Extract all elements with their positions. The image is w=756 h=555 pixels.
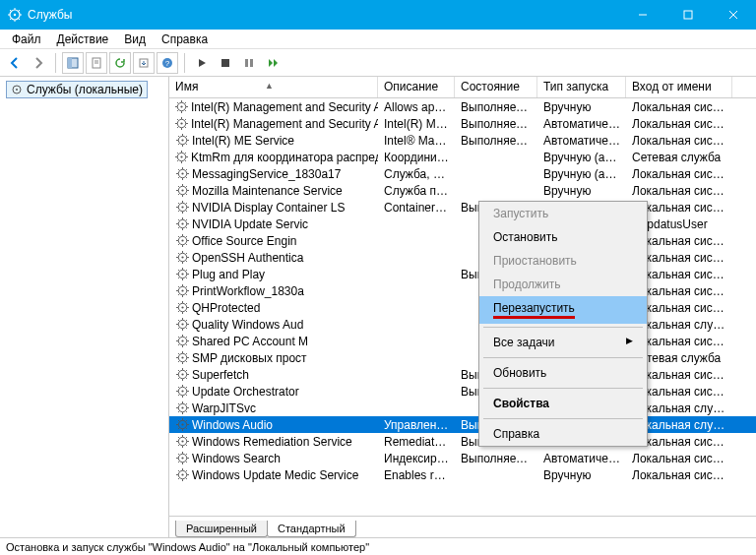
refresh-button[interactable]	[109, 52, 131, 74]
table-row[interactable]: Windows SearchИндексир…ВыполняетсяАвтома…	[169, 450, 756, 466]
service-name: NVIDIA Update Servic	[192, 217, 308, 231]
service-desc: Intel® Ma…	[378, 134, 455, 148]
column-startup[interactable]: Тип запуска	[537, 77, 626, 97]
ctx-help[interactable]: Справка	[479, 422, 647, 446]
svg-point-54	[181, 390, 183, 392]
ctx-restart[interactable]: Перезапустить	[479, 296, 647, 324]
pause-button[interactable]	[238, 52, 260, 74]
table-row[interactable]: OpenSSH AuthenticaОтключенаЛокальная сис…	[169, 249, 756, 266]
menu-view[interactable]: Вид	[116, 31, 154, 48]
svg-point-52	[181, 373, 183, 375]
column-name[interactable]: Имя▲	[169, 77, 378, 97]
table-row[interactable]: SMP дисковых простВручнуюСетевая служба	[169, 349, 756, 366]
back-button[interactable]	[4, 52, 26, 74]
table-row[interactable]: MessagingService_1830a17Служба, о…Вручну…	[169, 165, 756, 182]
tab-standard[interactable]: Стандартный	[267, 521, 356, 537]
ctx-start[interactable]: Запустить	[479, 202, 647, 225]
service-name: Windows Audio	[192, 418, 273, 432]
tab-extended[interactable]: Расширенный	[175, 521, 268, 537]
status-bar: Остановка и запуск службы "Windows Audio…	[0, 537, 756, 555]
ctx-pause[interactable]: Приостановить	[479, 249, 647, 273]
tree-root-label: Службы (локальные)	[27, 83, 143, 96]
service-icon	[175, 100, 188, 114]
maximize-button[interactable]	[665, 0, 711, 30]
svg-point-26	[180, 155, 182, 157]
table-row[interactable]: SuperfetchВыполняетсяАвтоматиче…Локальна…	[169, 366, 756, 383]
menu-file[interactable]: Файл	[4, 31, 49, 48]
ctx-resume[interactable]: Продолжить	[479, 273, 647, 296]
properties-button[interactable]	[86, 52, 107, 74]
table-row[interactable]: Windows AudioУправлен…ВыполняетсяАвтомат…	[169, 416, 756, 433]
service-icon	[175, 234, 189, 248]
table-row[interactable]: Intel(R) Management and Security Ap…Allo…	[169, 98, 756, 115]
table-row[interactable]: Plug and PlayВыполняетсяВручнуюЛокальная…	[169, 266, 756, 282]
service-desc: Allows app…	[378, 100, 455, 114]
service-name: Windows Remediation Service	[192, 435, 352, 449]
play-button[interactable]	[191, 52, 213, 74]
service-desc: Служба, о…	[378, 167, 455, 181]
ctx-properties[interactable]: Свойства	[479, 392, 647, 415]
table-row[interactable]: Windows Remediation ServiceRemediate…Вып…	[169, 433, 756, 450]
service-logon: Локальная сис…	[626, 452, 732, 465]
service-icon	[175, 401, 189, 415]
tree-root-services[interactable]: Службы (локальные)	[6, 81, 148, 98]
table-row[interactable]: Intel(R) ME ServiceIntel® Ma…Выполняется…	[169, 132, 756, 149]
menu-action[interactable]: Действие	[49, 31, 117, 48]
menu-help[interactable]: Справка	[154, 31, 216, 48]
close-button[interactable]	[711, 0, 756, 30]
restart-button[interactable]	[262, 52, 284, 74]
forward-button[interactable]	[28, 52, 49, 74]
table-row[interactable]: Quality Windows AudВручнуюЛокальная слу…	[169, 316, 756, 333]
ctx-all-tasks[interactable]: Все задачи▶	[479, 331, 647, 354]
svg-point-36	[181, 239, 183, 241]
service-name: QHProtected	[192, 301, 260, 315]
service-icon	[175, 251, 189, 265]
show-hide-button[interactable]	[62, 52, 84, 74]
stop-button[interactable]	[215, 52, 236, 74]
grid-header: Имя▲ Описание Состояние Тип запуска Вход…	[169, 77, 756, 98]
svg-point-50	[181, 356, 183, 358]
svg-point-58	[181, 423, 183, 425]
status-text: Остановка и запуск службы "Windows Audio…	[6, 541, 369, 553]
service-name: NVIDIA Display Container LS	[192, 201, 345, 215]
svg-point-64	[181, 473, 183, 475]
table-row[interactable]: NVIDIA Display Container LSContainer …Вы…	[169, 199, 756, 216]
submenu-arrow-icon: ▶	[626, 336, 633, 345]
services-list[interactable]: Intel(R) Management and Security Ap…Allo…	[169, 98, 756, 516]
service-start: Вручную	[537, 100, 626, 114]
svg-point-20	[180, 105, 182, 107]
column-state[interactable]: Состояние	[455, 77, 537, 97]
titlebar: Службы	[0, 0, 756, 30]
svg-rect-16	[250, 59, 253, 67]
svg-text:?: ?	[165, 59, 170, 68]
table-row[interactable]: QHProtectedАвтоматиче…Локальная сис…	[169, 299, 756, 316]
table-row[interactable]: Mozilla Maintenance ServiceСлужба п…Вруч…	[169, 182, 756, 199]
table-row[interactable]: Shared PC Account MОтключенаЛокальная си…	[169, 333, 756, 349]
service-icon	[175, 284, 189, 298]
service-icon	[175, 435, 189, 449]
column-logon[interactable]: Вход от имени	[626, 77, 732, 97]
service-name: WarpJITSvc	[192, 401, 256, 415]
svg-point-38	[181, 256, 183, 258]
minimize-button[interactable]	[620, 0, 665, 30]
table-row[interactable]: NVIDIA Update ServicВручную.\UpdatusUser	[169, 216, 756, 232]
help-button[interactable]: ?	[157, 52, 178, 74]
table-row[interactable]: Update OrchestratorВыполняетсяАвтоматиче…	[169, 383, 756, 400]
service-state: Выполняется	[455, 100, 537, 114]
service-icon	[175, 368, 189, 382]
table-row[interactable]: Windows Update Medic ServiceEnables re…В…	[169, 466, 756, 483]
service-icon	[175, 184, 189, 198]
service-start: Автоматиче…	[537, 452, 626, 465]
table-row[interactable]: PrintWorkflow_1830aВручнуюЛокальная сис…	[169, 282, 756, 299]
ctx-refresh[interactable]: Обновить	[479, 361, 647, 385]
table-row[interactable]: Intel(R) Management and Security Ap…Inte…	[169, 115, 756, 132]
column-description[interactable]: Описание	[378, 77, 455, 97]
table-row[interactable]: WarpJITSvcВручную (ак…Локальная слу…	[169, 400, 756, 416]
table-row[interactable]: KtmRm для координатора распреде…Координи…	[169, 149, 756, 165]
table-row[interactable]: Office Source EnginВручнуюЛокальная сис…	[169, 232, 756, 249]
toolbar: ?	[0, 49, 756, 77]
ctx-stop[interactable]: Остановить	[479, 225, 647, 249]
service-icon	[175, 452, 189, 465]
svg-point-40	[181, 273, 183, 275]
export-button[interactable]	[133, 52, 155, 74]
